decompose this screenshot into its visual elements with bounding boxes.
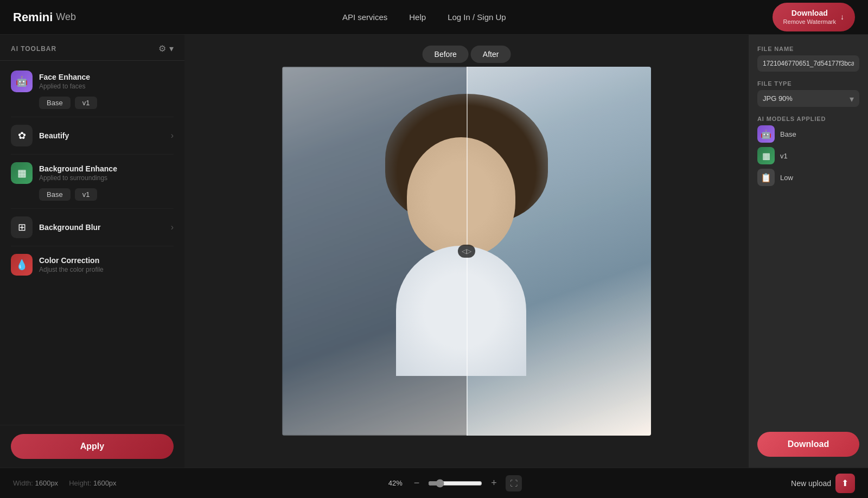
- color-correction-icon: 💧: [11, 254, 33, 276]
- height-label: Height:: [69, 479, 91, 487]
- tool-face-enhance: 🤖 Face Enhance Applied to faces Base v1: [0, 65, 184, 114]
- divider-3: [11, 208, 174, 209]
- file-name-input[interactable]: [757, 55, 859, 72]
- before-button[interactable]: Before: [423, 46, 469, 63]
- beautify-icon: ✿: [11, 125, 33, 146]
- file-type-select[interactable]: JPG 90% JPG 75% PNG WEBP: [757, 90, 859, 107]
- model-low-name: Low: [780, 174, 793, 182]
- tool-face-enhance-left: 🤖 Face Enhance Applied to faces: [11, 71, 90, 92]
- new-upload-area[interactable]: New upload ⬆: [791, 474, 855, 493]
- tool-bg-blur-left: ⊞ Background Blur: [11, 216, 101, 238]
- tool-bg-enhance-row[interactable]: ▦ Background Enhance Applied to surround…: [11, 162, 174, 184]
- tool-color-correction-row[interactable]: 💧 Color Correction Adjust the color prof…: [11, 254, 174, 276]
- toolbar-apply-area: Apply: [0, 425, 184, 468]
- comparison-handle[interactable]: ◁▷: [458, 245, 475, 258]
- model-base-icon: 🤖: [757, 125, 775, 143]
- face-enhance-name: Face Enhance: [39, 73, 90, 81]
- before-after-toggle: Before After: [423, 46, 511, 63]
- bg-blur-icon: ⊞: [11, 216, 33, 238]
- beautify-name: Beautify: [39, 131, 69, 140]
- width-label: Width:: [13, 479, 33, 487]
- face-enhance-versions: Base v1: [39, 97, 174, 109]
- ai-model-low: 📋 Low: [757, 169, 859, 186]
- file-name-label: FILE NAME: [757, 46, 859, 52]
- zoom-slider[interactable]: [428, 479, 482, 488]
- zoom-in-button[interactable]: +: [489, 477, 499, 489]
- toolbar-items: 🤖 Face Enhance Applied to faces Base v1: [0, 61, 184, 425]
- color-correction-name: Color Correction: [39, 256, 104, 265]
- bg-blur-info: Background Blur: [39, 223, 101, 232]
- file-name-section: FILE NAME: [757, 46, 859, 72]
- tool-face-enhance-row[interactable]: 🤖 Face Enhance Applied to faces: [11, 71, 174, 92]
- nav-help[interactable]: Help: [409, 12, 426, 22]
- new-upload-button[interactable]: ⬆: [835, 474, 855, 493]
- download-header-main-label: Download: [783, 8, 836, 18]
- face-enhance-icon: 🤖: [11, 71, 33, 92]
- ai-models-label: AI MODELS APPLIED: [757, 116, 859, 122]
- ai-model-v1: ▦ v1: [757, 147, 859, 164]
- upload-icon: ⬆: [841, 478, 848, 488]
- bg-enhance-versions: Base v1: [39, 188, 174, 201]
- ai-model-base: 🤖 Base: [757, 125, 859, 143]
- download-header-sub-label: Remove Watermark: [783, 18, 836, 25]
- tool-bg-blur-row[interactable]: ⊞ Background Blur ›: [11, 216, 174, 238]
- tool-color-correction-left: 💧 Color Correction Adjust the color prof…: [11, 254, 104, 276]
- ai-models-list: 🤖 Base ▦ v1 📋 Low: [757, 125, 859, 186]
- face-enhance-desc: Applied to faces: [39, 82, 90, 90]
- model-low-icon: 📋: [757, 169, 775, 186]
- image-canvas: ◁▷: [282, 67, 651, 436]
- main-content: AI TOOLBAR ⚙ ▾ 🤖 Face Enhance Applied to…: [0, 35, 868, 468]
- tool-bg-blur: ⊞ Background Blur ›: [0, 211, 184, 244]
- divider-1: [11, 117, 174, 117]
- face-enhance-v1-btn[interactable]: v1: [75, 97, 98, 109]
- file-type-label: FILE TYPE: [757, 80, 859, 87]
- model-v1-name: v1: [780, 152, 788, 160]
- ai-toolbar: AI TOOLBAR ⚙ ▾ 🤖 Face Enhance Applied to…: [0, 35, 184, 468]
- download-header-icon: ↓: [840, 12, 844, 22]
- right-panel: FILE NAME FILE TYPE JPG 90% JPG 75% PNG …: [749, 35, 868, 468]
- tool-beautify: ✿ Beautify ›: [0, 119, 184, 152]
- chevron-down-icon: ▾: [169, 43, 174, 54]
- file-type-section: FILE TYPE JPG 90% JPG 75% PNG WEBP: [757, 80, 859, 107]
- file-type-select-wrapper: JPG 90% JPG 75% PNG WEBP: [757, 90, 859, 107]
- bg-enhance-base-btn[interactable]: Base: [39, 188, 71, 201]
- new-upload-label: New upload: [791, 479, 831, 488]
- divider-2: [11, 154, 174, 155]
- download-main-button[interactable]: Download: [757, 432, 859, 457]
- tool-color-correction: 💧 Color Correction Adjust the color prof…: [0, 248, 184, 281]
- width-info: Width: 1600px: [13, 479, 58, 487]
- bg-enhance-v1-btn[interactable]: v1: [75, 188, 98, 201]
- tool-beautify-row[interactable]: ✿ Beautify ›: [11, 125, 174, 146]
- download-watermark-button[interactable]: Download Remove Watermark ↓: [773, 3, 855, 31]
- logo-secondary: Web: [56, 11, 76, 23]
- beautify-chevron-icon: ›: [171, 131, 174, 141]
- zoom-out-button[interactable]: −: [412, 477, 422, 489]
- zoom-value: 42%: [386, 479, 405, 487]
- toolbar-header: AI TOOLBAR ⚙ ▾: [0, 35, 184, 61]
- face-shape: [407, 137, 515, 257]
- after-button[interactable]: After: [471, 46, 511, 63]
- gear-icon: ⚙: [158, 43, 166, 54]
- nav-login[interactable]: Log In / Sign Up: [448, 12, 506, 22]
- face-enhance-base-btn[interactable]: Base: [39, 97, 71, 109]
- toolbar-title: AI TOOLBAR: [11, 45, 56, 53]
- dimensions-info: Width: 1600px Height: 1600px: [13, 479, 117, 487]
- face-enhance-info: Face Enhance Applied to faces: [39, 73, 90, 90]
- apply-button[interactable]: Apply: [11, 434, 174, 459]
- bottom-bar: Width: 1600px Height: 1600px 42% − + ⛶ N…: [0, 468, 868, 498]
- body-shape: [396, 246, 526, 376]
- bg-enhance-desc: Applied to surroundings: [39, 174, 117, 182]
- color-correction-desc: Adjust the color profile: [39, 266, 104, 273]
- nav-api[interactable]: API services: [342, 12, 387, 22]
- image-viewer: Before After ◁▷: [184, 35, 749, 468]
- bg-enhance-icon: ▦: [11, 162, 33, 184]
- divider-4: [11, 246, 174, 246]
- fullscreen-button[interactable]: ⛶: [506, 475, 522, 491]
- toolbar-settings[interactable]: ⚙ ▾: [158, 43, 174, 54]
- height-info: Height: 1600px: [69, 479, 116, 487]
- bg-enhance-name: Background Enhance: [39, 164, 117, 173]
- tool-beautify-left: ✿ Beautify: [11, 125, 69, 146]
- nav: API services Help Log In / Sign Up: [342, 12, 506, 22]
- logo-primary: Remini: [13, 10, 53, 24]
- zoom-controls: 42% − + ⛶: [386, 475, 522, 491]
